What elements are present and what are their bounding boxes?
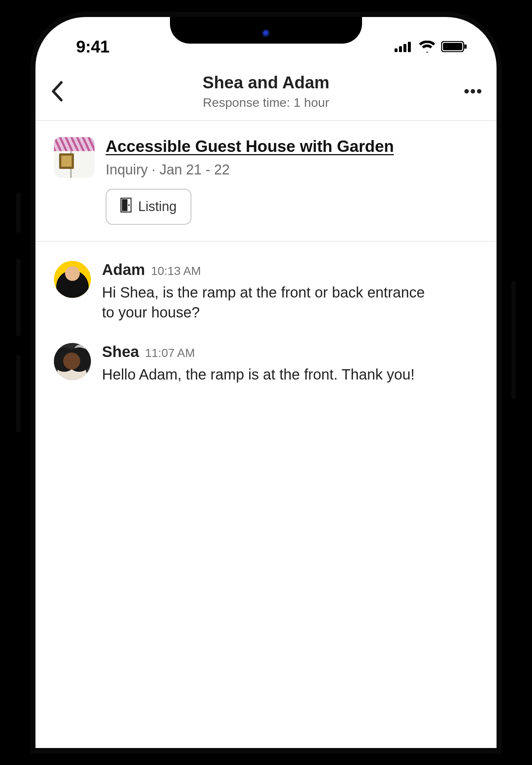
nav-header: Shea and Adam Response time: 1 hour bbox=[35, 65, 497, 121]
back-button[interactable] bbox=[50, 81, 72, 102]
page-title: Shea and Adam bbox=[72, 72, 460, 92]
screen: 9:41 bbox=[35, 17, 497, 748]
svg-point-12 bbox=[128, 204, 130, 205]
page-subtitle: Response time: 1 hour bbox=[72, 95, 460, 110]
message-header: Shea 11:07 AM bbox=[102, 343, 478, 361]
phone-side-button bbox=[16, 192, 21, 233]
more-button[interactable] bbox=[460, 89, 482, 94]
status-icons bbox=[395, 41, 467, 52]
nav-center: Shea and Adam Response time: 1 hour bbox=[72, 72, 460, 110]
phone-bezel: 9:41 bbox=[30, 12, 502, 753]
door-icon bbox=[120, 198, 132, 216]
listing-body: Accessible Guest House with Garden Inqui… bbox=[106, 137, 478, 225]
listing-button[interactable]: Listing bbox=[106, 189, 191, 225]
svg-rect-2 bbox=[403, 44, 406, 52]
svg-rect-5 bbox=[443, 43, 462, 50]
phone-notch bbox=[170, 17, 362, 44]
svg-rect-0 bbox=[395, 48, 398, 52]
message-row: Adam 10:13 AM Hi Shea, is the ramp at th… bbox=[54, 261, 478, 322]
camera-icon bbox=[262, 30, 270, 38]
chevron-left-icon bbox=[50, 81, 65, 102]
message-time: 10:13 AM bbox=[151, 264, 201, 278]
listing-thumbnail[interactable] bbox=[54, 137, 95, 178]
svg-rect-6 bbox=[464, 44, 467, 49]
listing-meta: Inquiry · Jan 21 - 22 bbox=[106, 162, 478, 178]
message-time: 11:07 AM bbox=[145, 346, 195, 360]
wifi-icon bbox=[418, 41, 436, 52]
listing-title-link[interactable]: Accessible Guest House with Garden bbox=[106, 137, 478, 156]
svg-point-7 bbox=[464, 89, 469, 94]
battery-icon bbox=[441, 41, 467, 52]
status-time: 9:41 bbox=[65, 37, 109, 57]
listing-actions: Listing bbox=[106, 189, 478, 225]
message-row: Shea 11:07 AM Hello Adam, the ramp is at… bbox=[54, 343, 478, 384]
svg-rect-11 bbox=[122, 199, 127, 211]
avatar[interactable] bbox=[54, 261, 91, 298]
more-horizontal-icon bbox=[464, 89, 482, 94]
phone-side-button bbox=[511, 281, 516, 399]
message-text: Hello Adam, the ramp is at the front. Th… bbox=[102, 364, 427, 384]
message-sender: Shea bbox=[102, 343, 139, 361]
phone-frame: 9:41 bbox=[18, 0, 514, 765]
phone-side-button bbox=[16, 259, 21, 336]
message-text: Hi Shea, is the ramp at the front or bac… bbox=[102, 282, 427, 322]
svg-point-9 bbox=[477, 89, 481, 94]
listing-button-label: Listing bbox=[138, 199, 177, 214]
svg-point-8 bbox=[471, 89, 475, 94]
svg-rect-1 bbox=[399, 46, 402, 52]
message-body: Shea 11:07 AM Hello Adam, the ramp is at… bbox=[102, 343, 478, 384]
phone-side-button bbox=[16, 355, 21, 432]
avatar[interactable] bbox=[54, 343, 91, 380]
listing-card: Accessible Guest House with Garden Inqui… bbox=[35, 121, 497, 242]
cellular-icon bbox=[395, 41, 413, 52]
message-sender: Adam bbox=[102, 261, 145, 279]
svg-rect-3 bbox=[408, 42, 411, 52]
messages-list: Adam 10:13 AM Hi Shea, is the ramp at th… bbox=[35, 242, 497, 424]
message-header: Adam 10:13 AM bbox=[102, 261, 478, 279]
message-body: Adam 10:13 AM Hi Shea, is the ramp at th… bbox=[102, 261, 478, 322]
